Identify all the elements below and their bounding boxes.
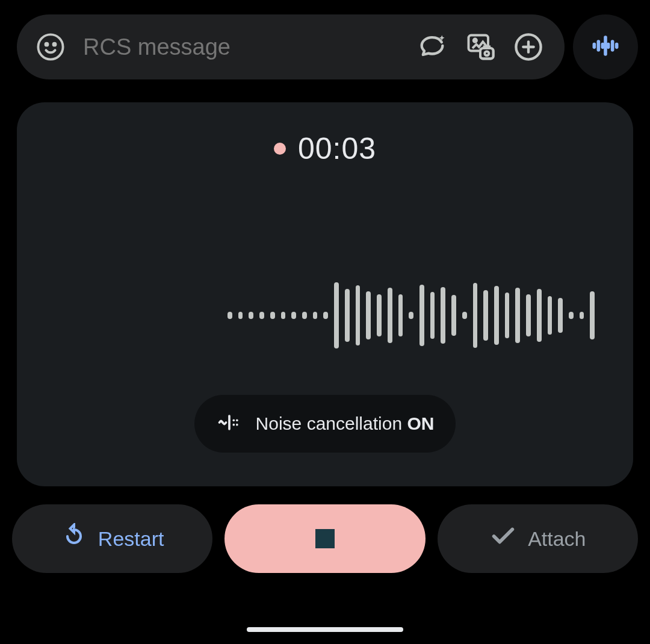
voice-wave-icon xyxy=(589,29,622,65)
noise-cancellation-pill[interactable]: Noise cancellation ON xyxy=(194,395,456,453)
svg-point-2 xyxy=(54,43,56,46)
attach-button[interactable]: Attach xyxy=(438,504,638,573)
noise-cancellation-icon xyxy=(216,409,243,438)
stop-button[interactable] xyxy=(224,504,425,573)
svg-point-1 xyxy=(46,43,48,46)
ai-reply-icon[interactable] xyxy=(416,31,448,63)
compose-bar xyxy=(0,0,650,79)
svg-point-0 xyxy=(38,34,63,59)
attach-label: Attach xyxy=(528,527,586,551)
compose-pill xyxy=(17,14,565,79)
noise-cancellation-label: Noise cancellation ON xyxy=(256,413,435,434)
recording-indicator-icon xyxy=(274,143,286,155)
action-row: Restart Attach xyxy=(12,504,638,573)
message-input[interactable] xyxy=(83,34,400,60)
stop-icon xyxy=(315,529,335,548)
plus-icon[interactable] xyxy=(513,31,544,63)
gallery-camera-icon[interactable] xyxy=(465,31,496,63)
emoji-icon[interactable] xyxy=(35,31,66,63)
svg-point-9 xyxy=(232,420,235,422)
svg-point-11 xyxy=(232,424,235,426)
waveform xyxy=(228,279,595,351)
restart-label: Restart xyxy=(98,527,164,551)
checkmark-icon xyxy=(489,522,517,555)
restart-icon xyxy=(61,523,87,554)
restart-button[interactable]: Restart xyxy=(12,504,212,573)
svg-point-10 xyxy=(236,420,238,422)
svg-rect-5 xyxy=(480,48,494,58)
recording-timer: 00:03 xyxy=(298,131,376,166)
timer-row: 00:03 xyxy=(274,131,376,166)
voice-button[interactable] xyxy=(573,14,638,79)
home-indicator[interactable] xyxy=(247,627,403,632)
svg-point-12 xyxy=(236,424,238,426)
svg-point-4 xyxy=(474,39,477,42)
recorder-panel: 00:03 xyxy=(17,102,633,486)
